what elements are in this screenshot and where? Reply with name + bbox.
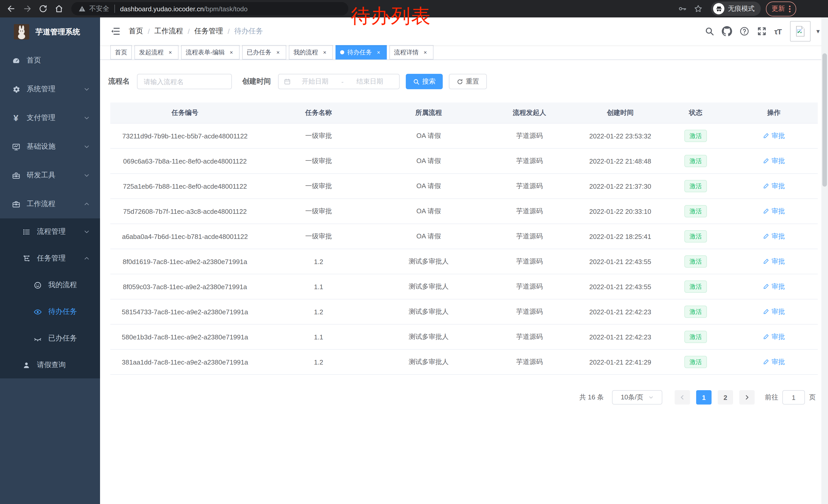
- breadcrumb-task-manage[interactable]: 任务管理: [195, 27, 223, 36]
- app-logo-row[interactable]: 芋道管理系统: [0, 17, 100, 46]
- approve-link[interactable]: 审批: [763, 182, 785, 191]
- cell-action: 审批: [730, 274, 818, 299]
- sidebar-item-system[interactable]: 系统管理: [0, 75, 100, 103]
- search-button[interactable]: 搜索: [406, 74, 443, 89]
- tab-my-process[interactable]: 我的流程×: [289, 45, 333, 59]
- page-button-2[interactable]: 2: [718, 390, 733, 405]
- breadcrumb-workflow[interactable]: 工作流程: [155, 27, 183, 36]
- sidebar-item-my-process[interactable]: 我的流程: [0, 272, 100, 299]
- approve-link[interactable]: 审批: [763, 232, 785, 241]
- tab-process-detail[interactable]: 流程详情×: [389, 45, 433, 59]
- avatar[interactable]: [790, 21, 811, 42]
- prev-page-button[interactable]: [675, 390, 690, 405]
- sidebar-item-label: 系统管理: [27, 85, 55, 94]
- tab-label: 流程详情: [394, 48, 419, 57]
- tab-close-icon[interactable]: ×: [422, 49, 429, 56]
- fullscreen-icon[interactable]: [757, 26, 767, 36]
- sidebar-item-workflow[interactable]: 工作流程: [0, 190, 100, 218]
- reload-icon[interactable]: [38, 4, 48, 13]
- breadcrumb-home[interactable]: 首页: [129, 27, 143, 36]
- not-secure-warning-icon[interactable]: [79, 5, 86, 12]
- approve-link[interactable]: 审批: [763, 156, 785, 166]
- navbar: 首页 / 工作流程 / 任务管理 / 待办任务 τT ▼: [100, 17, 828, 45]
- next-page-button[interactable]: [739, 390, 755, 405]
- tab-label: 流程表单-编辑: [186, 48, 225, 57]
- avatar-caret-icon[interactable]: ▼: [815, 28, 821, 34]
- pencil-icon: [763, 183, 770, 189]
- cell-process: OA 请假: [378, 199, 480, 224]
- tab-close-icon[interactable]: ×: [167, 49, 174, 56]
- table-row: 73211d9d-7b9b-11ec-b5b7-acde48001122一级审批…: [110, 123, 818, 148]
- tab-close-icon[interactable]: ×: [321, 49, 328, 56]
- approve-link[interactable]: 审批: [763, 307, 785, 316]
- approve-link[interactable]: 审批: [763, 257, 785, 266]
- back-icon[interactable]: [7, 4, 16, 13]
- table-row: 725a1eb6-7b88-11ec-8ef0-acde48001122一级审批…: [110, 174, 818, 199]
- tab-close-icon[interactable]: ×: [375, 49, 382, 56]
- reset-button[interactable]: 重置: [449, 74, 487, 89]
- tab-close-icon[interactable]: ×: [275, 49, 282, 56]
- pencil-icon: [763, 333, 770, 340]
- font-size-icon[interactable]: τT: [774, 27, 782, 36]
- table-row: 580e1b3d-7ac8-11ec-a9e2-a2380e71991a1.1测…: [110, 324, 818, 350]
- sidebar-item-infra[interactable]: 基础设施: [0, 132, 100, 161]
- sidebar-item-task-manage[interactable]: 任务管理: [0, 245, 100, 272]
- approve-link[interactable]: 审批: [763, 282, 785, 291]
- tab-form-edit[interactable]: 流程表单-编辑×: [181, 45, 240, 59]
- forward-icon[interactable]: [23, 4, 32, 13]
- sidebar-menu: 首页系统管理¥支付管理基础设施研发工具工作流程流程管理任务管理我的流程待办任务已…: [0, 46, 100, 378]
- cell-action: 审批: [730, 148, 818, 174]
- tab-todo-tasks[interactable]: 待办任务×: [335, 45, 387, 59]
- date-range-picker[interactable]: 开始日期 - 结束日期: [278, 74, 400, 89]
- sidebar-item-todo-tasks[interactable]: 待办任务: [0, 299, 100, 325]
- eye-closed-icon: [33, 334, 42, 343]
- chevron-down-icon: [84, 172, 90, 178]
- pencil-icon: [763, 133, 770, 139]
- page-button-1[interactable]: 1: [696, 390, 711, 405]
- sidebar-item-done-tasks[interactable]: 已办任务: [0, 325, 100, 352]
- process-name-input[interactable]: [137, 74, 232, 89]
- active-tab-dot: [340, 50, 344, 54]
- chrome-menu-icon[interactable]: [789, 5, 791, 12]
- tab-done-tasks[interactable]: 已办任务×: [242, 45, 286, 59]
- hamburger-icon[interactable]: [110, 26, 121, 36]
- pencil-icon: [763, 233, 770, 240]
- cell-starter: 芋道源码: [480, 174, 579, 199]
- goto-page-input[interactable]: [782, 390, 805, 405]
- column-header: 任务名称: [259, 102, 378, 123]
- sidebar-item-home[interactable]: 首页: [0, 46, 100, 75]
- tab-home[interactable]: 首页: [110, 45, 132, 59]
- scrollbar[interactable]: [821, 17, 828, 504]
- sidebar-item-devtools[interactable]: 研发工具: [0, 161, 100, 190]
- breadcrumb: 首页 / 工作流程 / 任务管理 / 待办任务: [129, 27, 263, 36]
- calendar-icon: [284, 78, 291, 85]
- cell-created: 2022-01-21 22:43:55: [579, 249, 661, 274]
- scrollbar-thumb[interactable]: [822, 53, 827, 187]
- tab-start-process[interactable]: 发起流程×: [134, 45, 178, 59]
- chrome-update-button[interactable]: 更新: [766, 1, 796, 16]
- home-icon[interactable]: [54, 4, 64, 13]
- github-icon[interactable]: [722, 26, 732, 36]
- incognito-label: 无痕模式: [728, 4, 755, 13]
- refresh-icon: [457, 78, 463, 85]
- approve-link[interactable]: 审批: [763, 357, 785, 367]
- key-icon[interactable]: [678, 4, 687, 13]
- cell-created: 2022-01-21 22:42:23: [579, 299, 661, 324]
- cell-status: 激活: [661, 199, 730, 224]
- approve-link[interactable]: 审批: [763, 332, 785, 341]
- search-icon[interactable]: [705, 26, 715, 36]
- sidebar-item-process-manage[interactable]: 流程管理: [0, 218, 100, 245]
- sidebar-item-payment[interactable]: ¥支付管理: [0, 103, 100, 132]
- cell-name: 1.2: [259, 249, 378, 274]
- tab-close-icon[interactable]: ×: [228, 49, 235, 56]
- table-row: 381aa1dd-7ac8-11ec-a9e2-a2380e71991a1.2测…: [110, 350, 818, 374]
- approve-link[interactable]: 审批: [763, 207, 785, 216]
- sidebar-item-leave-query[interactable]: 请假查询: [0, 352, 100, 378]
- bookmark-star-icon[interactable]: [694, 4, 703, 13]
- address-bar[interactable]: 不安全 dashboard.yudao.iocoder.cn/bpm/task/…: [71, 2, 348, 15]
- cell-starter: 芋道源码: [480, 299, 579, 324]
- approve-link[interactable]: 审批: [763, 131, 785, 140]
- page-size-select[interactable]: 10条/页: [612, 390, 662, 405]
- help-icon[interactable]: [740, 26, 750, 36]
- cell-action: 审批: [730, 324, 818, 350]
